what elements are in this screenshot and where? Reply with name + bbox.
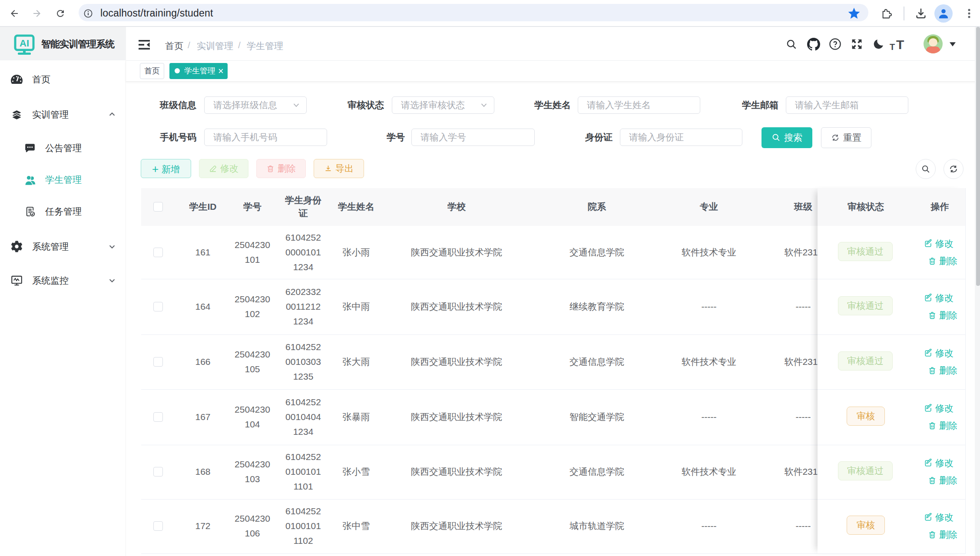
svg-text:AI: AI	[20, 38, 29, 49]
